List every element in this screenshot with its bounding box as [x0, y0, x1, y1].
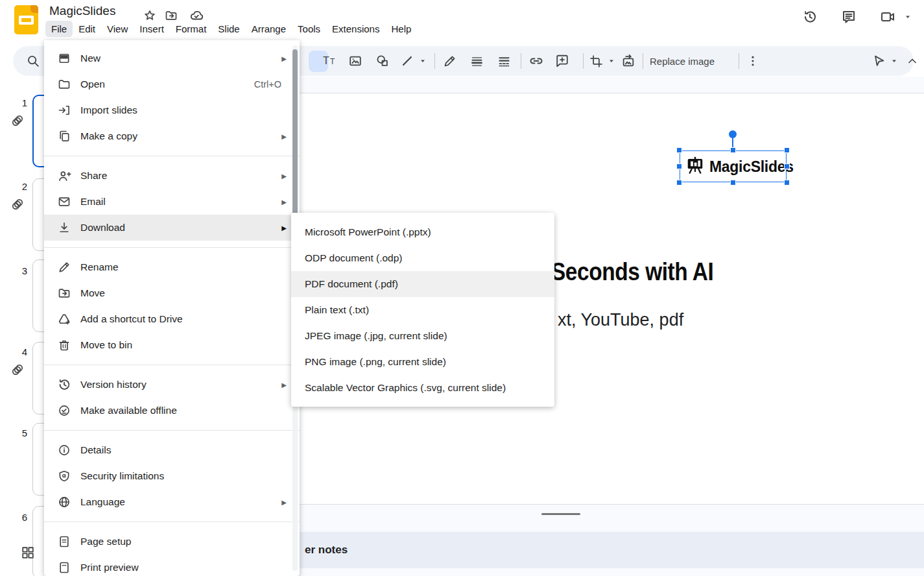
submenu-arrow-icon: ▶: [281, 133, 287, 140]
menu-item-label: Rename: [80, 261, 290, 273]
link-icon[interactable]: [525, 46, 547, 76]
menubar-item-file[interactable]: File: [45, 21, 73, 37]
doc-new-icon: [57, 51, 71, 66]
document-title[interactable]: MagicSlides: [49, 4, 115, 18]
menu-item-language[interactable]: Language▶: [44, 489, 300, 515]
menubar-item-view[interactable]: View: [101, 21, 134, 37]
shape-icon[interactable]: [372, 46, 394, 76]
menu-item-make-a-copy[interactable]: Make a copy▶: [44, 123, 300, 149]
submenu-item-microsoft-powerpoint-pptx-[interactable]: Microsoft PowerPoint (.pptx): [291, 219, 554, 245]
clip-icon: [10, 362, 26, 380]
selection-handle[interactable]: [730, 180, 736, 186]
menu-item-label: Page setup: [80, 536, 290, 547]
submenu-item-odp-document-odp-[interactable]: ODP document (.odp): [291, 245, 554, 271]
submenu-item-png-image-png-current-slide-[interactable]: PNG image (.png, current slide): [291, 349, 554, 375]
menu-item-import-slides[interactable]: Import slides: [44, 97, 300, 123]
menu-item-label: Version history: [80, 379, 281, 390]
pen-icon[interactable]: [438, 46, 460, 76]
border-dash-icon[interactable]: [493, 46, 515, 76]
slide-number-2: 2: [16, 181, 27, 192]
download-icon: [57, 221, 71, 235]
slide-title-text[interactable]: Seconds with AI: [551, 258, 713, 286]
more-vertical-icon[interactable]: [742, 46, 764, 76]
menu-item-security-limitations[interactable]: Security limitations: [44, 463, 300, 489]
menu-item-details[interactable]: Details: [44, 437, 300, 463]
selection-handle[interactable]: [676, 147, 682, 153]
menu-item-label: Email: [80, 196, 281, 208]
rotation-handle[interactable]: [729, 130, 737, 138]
menu-item-make-available-offline[interactable]: Make available offline: [44, 398, 300, 424]
clip-icon: [10, 113, 26, 131]
replace-image-button[interactable]: Replace image: [650, 46, 715, 76]
menu-item-new[interactable]: New▶: [44, 45, 300, 71]
slide-number-6: 6: [16, 512, 27, 523]
menubar-item-tools[interactable]: Tools: [292, 21, 326, 37]
menu-item-open[interactable]: OpenCtrl+O: [44, 71, 300, 97]
selection-handle[interactable]: [784, 180, 790, 186]
menu-item-label: Import slides: [80, 104, 290, 116]
menu-item-page-setup[interactable]: Page setup: [44, 529, 300, 555]
border-weight-icon[interactable]: [466, 46, 488, 76]
menu-item-share[interactable]: Share▶: [44, 163, 300, 189]
caret-down-icon[interactable]: [606, 46, 617, 76]
submenu-item-plain-text-txt-[interactable]: Plain text (.txt): [291, 297, 554, 323]
submenu-item-pdf-document-pdf-[interactable]: PDF document (.pdf): [291, 271, 554, 297]
menu-item-email[interactable]: Email▶: [44, 189, 300, 215]
submenu-item-jpeg-image-jpg-current-slide-[interactable]: JPEG image (.jpg, current slide): [291, 323, 554, 349]
menu-separator: [44, 430, 300, 431]
pointer-icon[interactable]: [868, 46, 890, 76]
caret-down-icon[interactable]: [889, 46, 899, 76]
grid-view-icon[interactable]: [21, 546, 38, 562]
selection-handle[interactable]: [784, 147, 790, 153]
menu-item-rename[interactable]: Rename: [44, 254, 300, 280]
submenu-item-scalable-vector-graphics-svg-current-slide-[interactable]: Scalable Vector Graphics (.svg, current …: [291, 375, 554, 401]
add-comment-icon[interactable]: [551, 46, 573, 76]
slide-subtitle-text[interactable]: xt, YouTube, pdf: [558, 310, 683, 330]
image-icon[interactable]: [344, 46, 366, 76]
selection-handle[interactable]: [676, 163, 682, 169]
crop-icon[interactable]: [585, 46, 607, 76]
meet-camera-icon[interactable]: [879, 8, 896, 25]
import-icon: [57, 103, 71, 117]
menubar-item-slide[interactable]: Slide: [212, 21, 245, 37]
slides-logo[interactable]: [14, 5, 38, 34]
selection-handle[interactable]: [730, 147, 736, 153]
menubar-item-help[interactable]: Help: [385, 21, 417, 37]
menu-item-move[interactable]: Move: [44, 280, 300, 306]
line-icon[interactable]: [396, 46, 418, 76]
menu-item-download[interactable]: Download▶: [44, 215, 300, 241]
menu-separator: [44, 522, 300, 522]
speaker-notes-text[interactable]: er notes: [305, 544, 348, 557]
menubar: FileEditViewInsertFormatSlideArrangeTool…: [45, 21, 417, 37]
caret-down-icon[interactable]: [418, 46, 428, 76]
notes-resize-handle[interactable]: [541, 513, 580, 515]
version-history-icon[interactable]: [801, 8, 818, 25]
version-history-icon: [57, 378, 71, 392]
menu-item-add-a-shortcut-to-drive[interactable]: Add a shortcut to Drive: [44, 306, 300, 332]
svg-text:T: T: [330, 57, 335, 66]
menu-item-label: Move to bin: [80, 339, 290, 351]
caret-down-icon[interactable]: [903, 8, 913, 25]
menu-item-print-preview[interactable]: Print preview: [44, 555, 300, 576]
replace-rotate-icon[interactable]: [617, 46, 639, 76]
menubar-item-insert[interactable]: Insert: [134, 21, 170, 37]
search-icon[interactable]: [22, 46, 44, 76]
submenu-arrow-icon: ▶: [281, 55, 287, 62]
selection-box[interactable]: [680, 150, 787, 182]
menubar-item-edit[interactable]: Edit: [73, 21, 101, 37]
menubar-item-extensions[interactable]: Extensions: [326, 21, 385, 37]
selection-handle[interactable]: [784, 163, 790, 169]
textbox-icon[interactable]: TT: [318, 46, 340, 76]
menu-item-version-history[interactable]: Version history▶: [44, 372, 300, 398]
toolbar-separator: [434, 53, 435, 69]
chevron-up-icon[interactable]: [901, 46, 923, 76]
menu-separator: [44, 247, 300, 248]
folder-move-icon: [57, 286, 71, 300]
menubar-item-arrange[interactable]: Arrange: [246, 21, 292, 37]
menu-item-label: Add a shortcut to Drive: [80, 313, 290, 325]
menu-item-move-to-bin[interactable]: Move to bin: [44, 332, 300, 358]
selection-handle[interactable]: [676, 180, 682, 186]
comments-icon[interactable]: [840, 8, 857, 25]
menubar-item-format[interactable]: Format: [170, 21, 213, 37]
slides-logo-fold: [30, 5, 38, 13]
